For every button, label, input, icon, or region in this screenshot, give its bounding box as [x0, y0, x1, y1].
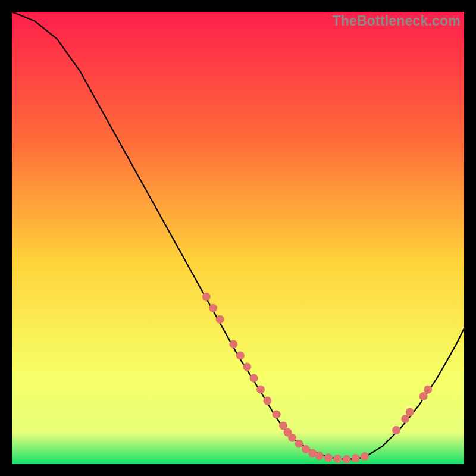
data-point [342, 455, 350, 464]
data-point [273, 410, 281, 418]
data-point [209, 304, 217, 312]
data-point [315, 452, 324, 460]
chart-background [12, 12, 464, 464]
data-point [202, 293, 211, 301]
data-point [401, 415, 409, 423]
data-point [352, 454, 360, 462]
data-point [333, 455, 342, 463]
chart-svg [12, 12, 464, 464]
data-point [288, 434, 296, 442]
data-point [361, 452, 369, 461]
data-point [263, 397, 271, 405]
data-point [229, 340, 237, 349]
data-point [424, 386, 432, 394]
data-point [279, 421, 287, 430]
data-point [250, 374, 258, 383]
data-point [295, 440, 303, 448]
data-point [243, 363, 251, 371]
data-point [324, 453, 333, 462]
data-point [406, 408, 414, 416]
data-point [236, 352, 245, 360]
data-point [256, 386, 265, 394]
data-point [419, 392, 428, 400]
data-point [216, 315, 224, 324]
data-point [392, 426, 400, 434]
chart-frame: TheBottleneck.com [12, 12, 464, 464]
watermark-text: TheBottleneck.com [332, 13, 461, 29]
